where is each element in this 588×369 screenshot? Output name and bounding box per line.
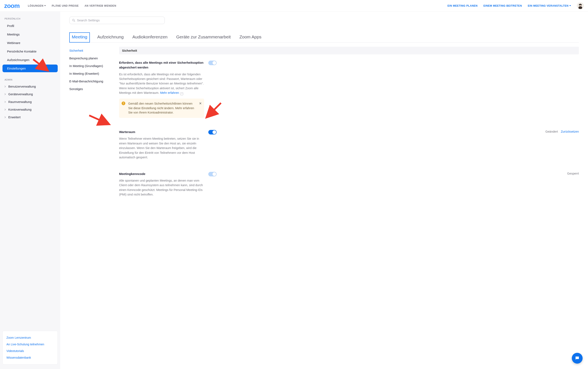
chevron-right-icon [4,101,6,102]
sidebar-item-meetings[interactable]: Meetings [2,31,58,38]
sidebar-item-webinare[interactable]: Webinare [2,39,58,47]
nav-contact-sales[interactable]: AN VERTRIEB WENDEN [84,4,116,7]
status-modified: Geändert [545,130,558,133]
sidebar-item-kontakte[interactable]: Persönliche Kontakte [2,48,58,55]
chevron-right-icon [4,116,6,118]
sidebar-section-personal: PERSÖNLICH [5,17,56,20]
chat-icon [575,356,580,361]
nav-label: AN VERTRIEB WENDEN [84,4,116,7]
setting-row-meetingkenncode: Meetingkenncode Alle spontanen und gepla… [119,166,579,203]
tab-aufzeichnung[interactable]: Aufzeichnung [96,32,125,42]
setting-row-warteraum: Warteraum Wenn Teilnehmer einem Meeting … [119,124,579,166]
close-icon[interactable]: ✕ [199,101,202,106]
tab-zoom-apps[interactable]: Zoom Apps [238,32,263,42]
sidebar-footer: Zoom Lernzentrum An Live-Schulung teilne… [2,331,58,364]
chevron-right-icon [4,109,6,110]
sidebar-item-aufzeichnungen[interactable]: Aufzeichnungen [2,56,58,64]
sidebar-admin-label: Geräteverwaltung [8,92,33,96]
toggle-secure-meetings[interactable] [208,61,217,65]
tab-geraete[interactable]: Geräte zur Zusammenarbeit [175,32,232,42]
chevron-right-icon [4,85,6,87]
banner-text: Gemäß den neuen Sicherheitsrichtlinien k… [128,102,194,114]
topnav-left: LÖSUNGEN PLÄNE UND PREISE AN VERTRIEB WE… [28,4,116,7]
setting-desc: Wenn Teilnehmer einem Meeting beitreten,… [119,136,204,160]
sidebar-admin-geraete[interactable]: Geräteverwaltung [2,90,58,98]
reset-link[interactable]: Zurücksetzen [561,130,579,133]
status-locked: Gesperrt [567,172,579,175]
sidebar-admin-benutzer[interactable]: Benutzerverwaltung [2,82,58,90]
security-info-banner: ! Gemäß den neuen Sicherheitsrichtlinien… [119,99,204,118]
setting-title: Erfordern, dass alle Meetings mit einer … [119,60,204,70]
zoom-logo[interactable]: zoom [4,2,20,9]
nav-join-meeting[interactable]: EINEM MEETING BEITRETEN [483,4,522,7]
top-nav: zoom LÖSUNGEN PLÄNE UND PREISE AN VERTRI… [0,0,588,12]
tab-audiokonferenzen[interactable]: Audiokonferenzen [131,32,169,42]
sidebar-section-admin: ADMIN [5,78,56,81]
toggle-meetingkenncode[interactable] [208,172,217,176]
search-settings[interactable] [69,17,165,24]
subnav-sonstiges[interactable]: Sonstiges [69,85,113,93]
avatar[interactable] [577,2,584,9]
main-content: Meeting Aufzeichnung Audiokonferenzen Ge… [60,12,588,369]
chevron-down-icon [569,5,571,6]
chevron-down-icon [44,5,46,6]
sidebar-admin-label: Erweitert [8,115,20,119]
sidebar-item-einstellungen[interactable]: Einstellungen [2,64,58,72]
nav-solutions[interactable]: LÖSUNGEN [28,4,46,7]
settings-subnav: Sicherheit Besprechung planen In Meeting… [69,47,113,203]
setting-title: Meetingkenncode [119,171,204,176]
external-link-icon: ↗ [180,92,183,95]
setting-desc: Alle spontanen und geplanten Meetings, a… [119,178,204,197]
sidebar-admin-label: Benutzerverwaltung [8,85,36,88]
sidebar-admin-konto[interactable]: Kontoverwaltung [2,106,58,113]
footer-link-lernzentrum[interactable]: Zoom Lernzentrum [6,334,54,341]
sidebar: PERSÖNLICH Profil Meetings Webinare Pers… [0,12,60,369]
nav-label: PLÄNE UND PREISE [52,4,79,7]
nav-schedule-meeting[interactable]: EIN MEETING PLANEN [447,4,478,7]
subnav-in-meeadvice-grundlagen[interactable]: In Meeting (Grundlagen) [69,62,113,70]
settings-tabs: Meeting Aufzeichnung Audiokonferenzen Ge… [69,32,579,42]
section-header-sicherheit: Sicherheit [119,47,579,54]
tab-meeting[interactable]: Meeting [69,32,90,42]
nav-label: EIN MEETING PLANEN [447,4,478,7]
nav-label: LÖSUNGEN [28,4,43,7]
subnav-email-benachrichtigung[interactable]: E-Mail-Benachrichtigung [69,77,113,85]
nav-label: EIN MEETING VERANSTALTEN [528,4,568,7]
nav-label: EINEM MEETING BEITRETEN [483,4,522,7]
sidebar-admin-raum[interactable]: Raumverwaltung [2,98,58,106]
sidebar-admin-label: Kontoverwaltung [8,108,31,111]
chat-bubble-button[interactable] [572,353,583,364]
chevron-right-icon [4,93,6,95]
topnav-right: EIN MEETING PLANEN EINEM MEETING BEITRET… [447,2,584,9]
svg-line-6 [74,21,75,21]
footer-link-wissensdatenbank[interactable]: Wissensdatenbank [6,354,54,361]
footer-link-videotutorials[interactable]: Videotutorials [6,348,54,354]
search-input[interactable] [77,19,162,22]
subnav-sicherheit[interactable]: Sicherheit [69,47,113,54]
svg-rect-4 [579,4,582,5]
learn-more-link[interactable]: Mehr erfahren [160,91,179,94]
subnav-besprechung-planen[interactable]: Besprechung planen [69,54,113,62]
warning-icon: ! [122,102,125,105]
sidebar-admin-erweitert[interactable]: Erweitert [2,113,58,121]
nav-host-meeting[interactable]: EIN MEETING VERANSTALTEN [528,4,571,7]
subnav-in-meeting-erweitert[interactable]: In Meeting (Erweitert) [69,70,113,77]
sidebar-admin-label: Raumverwaltung [8,100,32,103]
setting-row-secure-meetings: Erfordern, dass alle Meetings mit einer … [119,54,579,124]
setting-title: Warteraum [119,130,204,134]
sidebar-item-profil[interactable]: Profil [2,22,58,30]
avatar-icon [577,2,584,9]
settings-panel: Sicherheit Erfordern, dass alle Meetings… [119,47,579,203]
nav-pricing[interactable]: PLÄNE UND PREISE [52,4,79,7]
footer-link-live-schulung[interactable]: An Live-Schulung teilnehmen [6,341,54,348]
search-icon [72,19,75,22]
setting-desc: Es ist erforderlich, dass alle Meetings … [119,72,204,95]
toggle-warteraum[interactable] [208,130,217,134]
svg-rect-2 [578,6,582,9]
